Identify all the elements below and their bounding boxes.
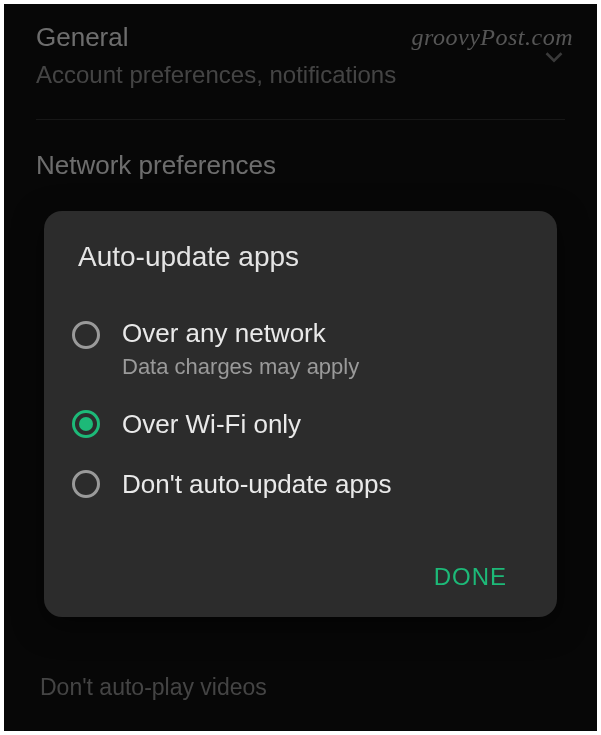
radio-icon — [72, 470, 100, 498]
radio-option-any-network[interactable]: Over any network Data charges may apply — [72, 303, 529, 394]
radio-text: Over Wi-Fi only — [122, 408, 301, 441]
radio-sublabel: Data charges may apply — [122, 354, 359, 380]
done-button[interactable]: DONE — [422, 555, 519, 599]
radio-label: Over any network — [122, 317, 359, 350]
radio-icon-selected — [72, 410, 100, 438]
radio-icon — [72, 321, 100, 349]
radio-text: Over any network Data charges may apply — [122, 317, 359, 380]
radio-label: Over Wi-Fi only — [122, 408, 301, 441]
radio-option-wifi-only[interactable]: Over Wi-Fi only — [72, 394, 529, 455]
radio-text: Don't auto-update apps — [122, 468, 392, 501]
radio-label: Don't auto-update apps — [122, 468, 392, 501]
auto-update-dialog: Auto-update apps Over any network Data c… — [44, 211, 557, 617]
radio-option-dont-update[interactable]: Don't auto-update apps — [72, 454, 529, 515]
dialog-actions: DONE — [72, 555, 529, 599]
dialog-title: Auto-update apps — [78, 241, 529, 273]
settings-screen: General Account preferences, notificatio… — [4, 4, 597, 731]
